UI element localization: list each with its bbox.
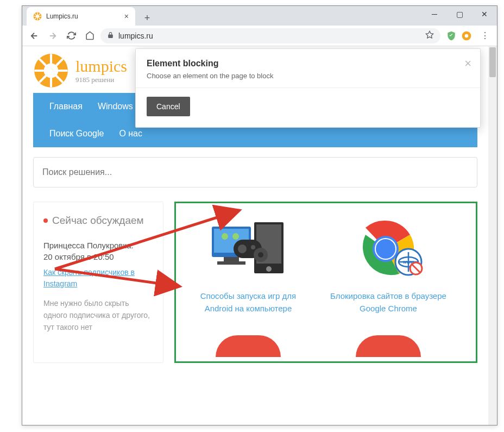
browser-window: Lumpics.ru × + ─ ▢ ✕ lumpics.ru ⋮ — [22, 5, 497, 425]
site-logo-icon[interactable] — [33, 53, 69, 89]
chrome-menu-button[interactable]: ⋮ — [477, 28, 493, 43]
comment-body: Мне нужно было скрыть одного подписчика … — [43, 297, 153, 334]
window-controls: ─ ▢ ✕ — [422, 6, 497, 22]
scrollbar[interactable] — [488, 46, 497, 425]
card-image-chrome-block: WWW — [348, 217, 429, 283]
modal-close-icon[interactable]: × — [464, 57, 471, 71]
back-button[interactable] — [27, 28, 42, 43]
page-viewport: lumpics 9185 решени Главная Windows Поис… — [22, 46, 497, 425]
svg-rect-28 — [217, 261, 245, 265]
comment-link[interactable]: Как скрыть подписчиков в Instagram — [43, 267, 153, 290]
modal-body: Cancel — [136, 88, 480, 127]
site-name[interactable]: lumpics — [75, 57, 127, 76]
url-text: lumpics.ru — [118, 32, 421, 40]
svg-rect-39 — [260, 259, 262, 262]
adguard-extension-icon[interactable] — [446, 30, 457, 41]
lock-icon — [107, 32, 114, 40]
svg-rect-41 — [264, 254, 268, 256]
live-dot-icon — [43, 218, 48, 223]
nav-item-search[interactable]: Поиск Google — [42, 120, 111, 147]
tab-title: Lumpics.ru — [46, 12, 120, 20]
sidebar-heading-text: Сейчас обсуждаем — [52, 214, 144, 228]
svg-point-37 — [258, 252, 263, 258]
partial-card-icon — [216, 335, 281, 357]
modal-subtitle: Choose an element on the page to block — [147, 72, 469, 80]
address-bar[interactable]: lumpics.ru — [100, 28, 440, 43]
search-input[interactable] — [33, 157, 477, 187]
reload-button[interactable] — [64, 28, 79, 43]
browser-tab[interactable]: Lumpics.ru × — [27, 7, 135, 26]
extension-icon[interactable] — [461, 30, 472, 41]
svg-point-1 — [36, 15, 39, 18]
forward-button[interactable] — [45, 28, 60, 43]
card-title: Блокировка сайтов в браузере Google Chro… — [326, 290, 451, 315]
svg-point-31 — [266, 266, 272, 272]
card-title: Способы запуска игр для Android на компь… — [186, 290, 311, 315]
bookmark-star-icon[interactable] — [425, 30, 434, 41]
minimize-button[interactable]: ─ — [422, 6, 447, 22]
nav-item-home[interactable]: Главная — [42, 93, 90, 120]
svg-point-26 — [232, 233, 239, 240]
maximize-button[interactable]: ▢ — [447, 6, 472, 22]
svg-point-45 — [376, 239, 395, 259]
svg-rect-27 — [224, 257, 239, 261]
home-button[interactable] — [82, 28, 97, 43]
tab-close-icon[interactable]: × — [124, 12, 129, 21]
window-close-button[interactable]: ✕ — [472, 6, 497, 22]
content-row: Сейчас обсуждаем Принцесса Полукровка: 2… — [33, 202, 477, 363]
browser-toolbar: lumpics.ru ⋮ — [22, 26, 497, 46]
cancel-button[interactable]: Cancel — [147, 97, 190, 116]
svg-point-34 — [251, 245, 255, 249]
modal-header: Element blocking Choose an element on th… — [136, 49, 480, 88]
search-wrap — [33, 157, 477, 187]
svg-point-12 — [465, 34, 469, 37]
comment-time: 20 октября в 20:50 — [43, 252, 153, 261]
sidebar-heading: Сейчас обсуждаем — [43, 214, 153, 228]
partial-cards-row — [186, 335, 466, 357]
scrollbar-thumb[interactable] — [489, 47, 496, 77]
element-blocking-modal: Element blocking Choose an element on th… — [135, 48, 481, 128]
svg-rect-40 — [254, 254, 257, 256]
extension-icons — [444, 30, 474, 41]
site-tagline: 9185 решени — [75, 76, 127, 84]
sidebar-discussions: Сейчас обсуждаем Принцесса Полукровка: 2… — [33, 202, 163, 363]
new-tab-button[interactable]: + — [140, 10, 155, 26]
featured-grid: Способы запуска игр для Android на компь… — [174, 202, 477, 363]
tab-favicon-icon — [33, 12, 42, 21]
article-card[interactable]: WWW Блокировка сайтов в браузере Google … — [326, 217, 451, 315]
partial-card-icon — [356, 335, 421, 357]
svg-point-25 — [222, 233, 228, 240]
svg-point-33 — [238, 245, 247, 253]
nav-item-windows[interactable]: Windows — [90, 93, 141, 120]
titlebar: Lumpics.ru × + ─ ▢ ✕ — [22, 6, 497, 26]
article-card[interactable]: Способы запуска игр для Android на компь… — [186, 217, 311, 315]
svg-marker-10 — [426, 31, 433, 38]
comment-author: Принцесса Полукровка: — [43, 241, 153, 250]
modal-title: Element blocking — [147, 59, 469, 68]
svg-rect-38 — [260, 248, 262, 251]
card-image-android-games — [207, 217, 289, 283]
